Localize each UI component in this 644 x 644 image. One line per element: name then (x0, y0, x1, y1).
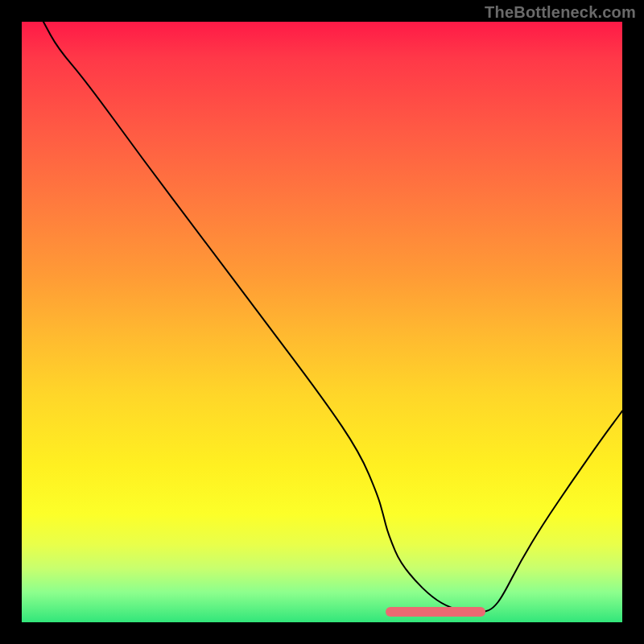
optimal-range-marker (386, 607, 485, 617)
watermark-text: TheBottleneck.com (485, 3, 636, 22)
bottleneck-curve (22, 22, 622, 622)
chart-plot-area (22, 22, 622, 622)
